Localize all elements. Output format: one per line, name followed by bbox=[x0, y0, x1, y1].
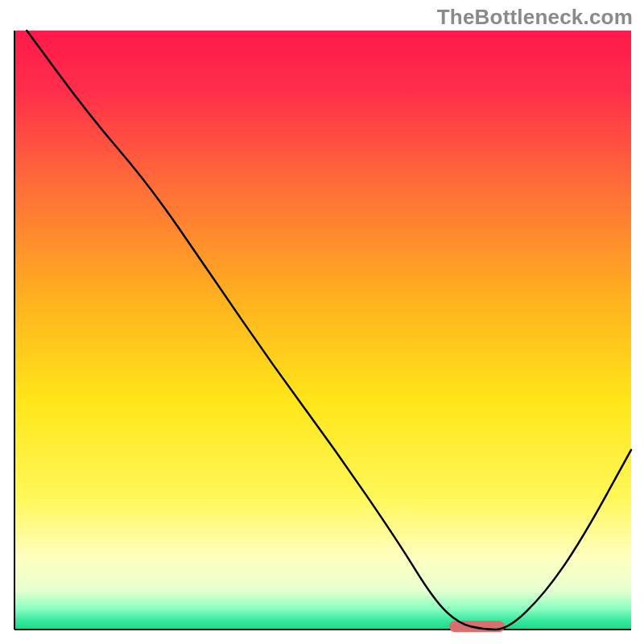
bottleneck-chart bbox=[0, 0, 644, 644]
plot-background bbox=[14, 31, 631, 630]
chart-container: TheBottleneck.com bbox=[0, 0, 644, 644]
